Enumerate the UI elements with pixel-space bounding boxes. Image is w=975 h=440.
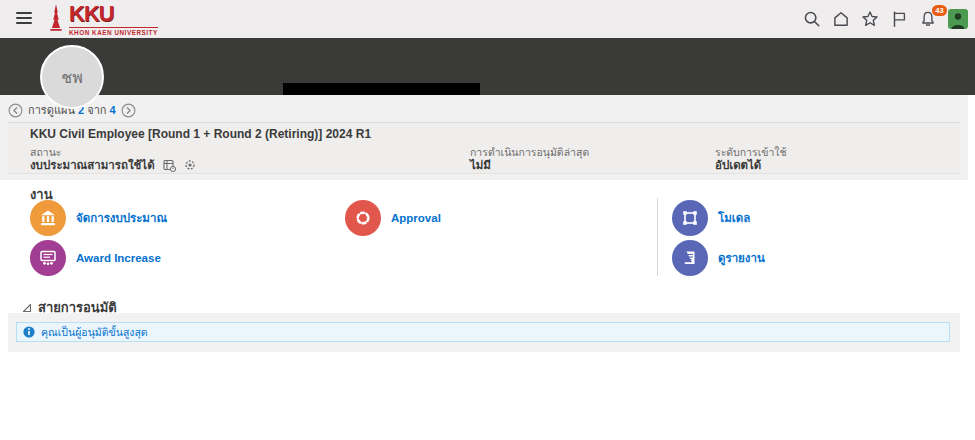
- task-label: Award Increase: [76, 252, 161, 264]
- report-icon: [672, 240, 708, 276]
- topbar: KKU KHON KAEN UNIVERSITY: [0, 0, 975, 38]
- status-value-row: งบประมาณสามารถใช้ได้: [30, 156, 196, 174]
- model-frame-icon: [672, 200, 708, 236]
- brand-subtitle: KHON KAEN UNIVERSITY: [69, 27, 158, 36]
- access-level-value: อัปเดตได้: [715, 156, 761, 174]
- kku-logo[interactable]: KKU KHON KAEN UNIVERSITY: [46, 3, 158, 36]
- plan-summary-panel: KKU Civil Employee [Round 1 + Round 2 (R…: [8, 122, 960, 174]
- task-label: Approval: [391, 212, 441, 224]
- notifications-button[interactable]: 43: [919, 10, 937, 28]
- task-label: จัดการงบประมาณ: [76, 209, 167, 227]
- collapse-triangle-icon: [22, 303, 32, 313]
- favorites-star-icon[interactable]: [861, 10, 879, 28]
- hamburger-menu-icon[interactable]: [16, 12, 32, 26]
- previous-plan-icon[interactable]: [8, 103, 23, 118]
- approval-chain-area: คุณเป็นผู้อนุมัติขั้นสูงสุด: [8, 313, 960, 352]
- plan-summary-zone: การดูแผน 2 จาก 4 KKU Civil Employee [Rou…: [0, 95, 968, 180]
- plan-avatar: ชพ: [40, 45, 104, 109]
- task-award-increase[interactable]: Award Increase: [30, 240, 161, 276]
- page: KKU KHON KAEN UNIVERSITY: [0, 0, 975, 440]
- plan-nav-total: 4: [110, 104, 116, 116]
- info-message-bar: คุณเป็นผู้อนุมัติขั้นสูงสุด: [16, 322, 950, 342]
- last-approval-value: ไม่มี: [470, 156, 491, 174]
- task-view-reports[interactable]: ดูรายงาน: [672, 240, 765, 276]
- budget-details-icon[interactable]: [163, 159, 176, 172]
- page-header-bar: การจ่ายค่าตอบแทนพนักงาน: ?: [0, 38, 975, 95]
- task-label: โมเดล: [718, 209, 750, 227]
- info-message-text: คุณเป็นผู้อนุมัติขั้นสูงสุด: [41, 324, 148, 341]
- task-model[interactable]: โมเดล: [672, 200, 750, 236]
- notification-badge: 43: [932, 5, 947, 16]
- tasks-column-divider: [657, 198, 658, 276]
- search-icon[interactable]: [803, 10, 821, 28]
- brand-text: KKU: [69, 3, 158, 25]
- task-manage-budgets[interactable]: จัดการงบประมาณ: [30, 200, 167, 236]
- user-avatar[interactable]: [948, 9, 968, 29]
- presentation-icon: [30, 240, 66, 276]
- task-label: ดูรายงาน: [718, 249, 765, 267]
- status-value: งบประมาณสามารถใช้ได้: [30, 156, 155, 174]
- task-approval[interactable]: Approval: [345, 200, 441, 236]
- home-icon[interactable]: [832, 10, 850, 28]
- plan-title: KKU Civil Employee [Round 1 + Round 2 (R…: [30, 127, 371, 141]
- kku-spire-icon: [46, 3, 66, 33]
- plan-avatar-initials: ชพ: [61, 65, 82, 90]
- bank-icon: [30, 200, 66, 236]
- next-plan-icon[interactable]: [121, 103, 136, 118]
- flag-icon[interactable]: [890, 10, 908, 28]
- topbar-actions: 43: [803, 0, 968, 38]
- gear-icon[interactable]: [184, 159, 196, 171]
- info-icon: [23, 326, 35, 338]
- approval-ring-icon: [345, 200, 381, 236]
